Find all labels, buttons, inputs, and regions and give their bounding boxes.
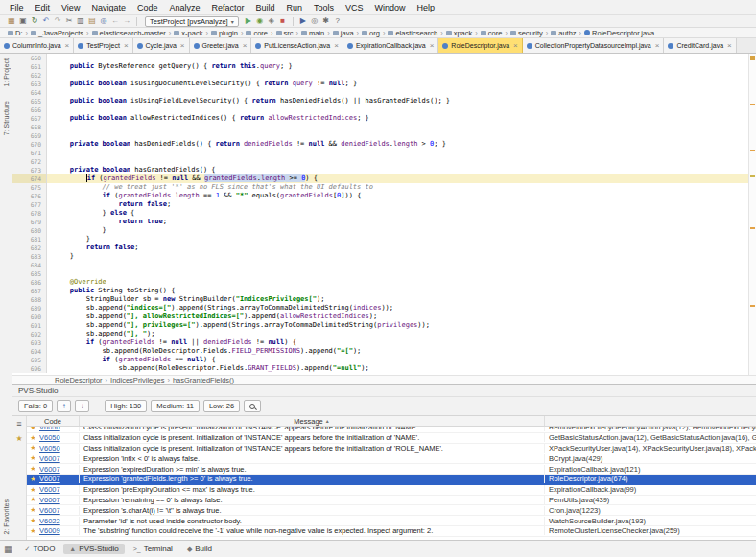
line-number[interactable]: 690 — [12, 313, 47, 321]
path-segment-core[interactable]: core — [246, 29, 268, 37]
code-line[interactable]: 676 if (grantedFields.length == 1 && "*"… — [12, 192, 748, 200]
line-number[interactable]: 680 — [12, 226, 47, 235]
code-line[interactable]: 691 sb.append("], privileges=[").append(… — [12, 321, 748, 330]
next-issue-button[interactable]: ↓ — [75, 400, 89, 412]
forward-icon[interactable]: → — [121, 15, 132, 27]
line-number[interactable]: 675 — [12, 183, 47, 192]
close-icon[interactable]: × — [655, 42, 660, 50]
error-stripe-mark[interactable] — [750, 104, 755, 105]
line-number[interactable]: 672 — [12, 157, 47, 166]
settings-icon[interactable]: ✱ — [320, 15, 332, 27]
favorite-star-icon[interactable]: ★ — [27, 496, 39, 503]
menu-run[interactable]: Run — [281, 3, 309, 12]
favorite-star-icon[interactable]: ★ — [27, 476, 39, 483]
favorite-star-icon[interactable]: ★ — [27, 427, 39, 431]
medium-filter-button[interactable]: Medium: 11 — [151, 400, 200, 412]
menu-refactor[interactable]: Refactor — [205, 3, 249, 12]
favorite-star-icon[interactable]: ★ — [27, 527, 39, 535]
diagnostic-code-link[interactable]: V6050 — [39, 444, 60, 453]
code-line[interactable]: 677 return false; — [12, 200, 748, 209]
line-number[interactable]: 670 — [12, 140, 47, 149]
line-number[interactable]: 674 — [12, 174, 47, 183]
cut-icon[interactable]: ✂ — [63, 15, 75, 27]
breadcrumb-indicesprivileges[interactable]: IndicesPrivileges — [110, 376, 164, 384]
code-line[interactable]: 680 } — [12, 226, 748, 235]
breadcrumb-hasgrantedfields[interactable]: hasGrantedFields() — [173, 376, 234, 384]
error-stripe-mark[interactable] — [750, 150, 755, 151]
line-number[interactable]: 666 — [12, 105, 47, 114]
stop-icon[interactable]: ■ — [277, 15, 289, 27]
line-number[interactable]: 689 — [12, 304, 47, 313]
fails-counter-button[interactable]: Fails: 0 — [18, 400, 53, 412]
diagnostic-code-link[interactable]: V6007 — [39, 485, 60, 494]
line-number[interactable]: 671 — [12, 149, 47, 157]
code-line[interactable]: 674 if (grantedFields != null && granted… — [12, 174, 748, 183]
close-icon[interactable]: × — [180, 42, 185, 50]
code-line[interactable]: 671 — [12, 149, 748, 157]
open-icon[interactable]: ▦ — [6, 15, 17, 27]
line-number[interactable]: 678 — [12, 209, 47, 218]
error-stripe-scrollbar[interactable] — [748, 54, 756, 375]
diagnostic-code-link[interactable]: V6007 — [39, 506, 60, 515]
code-line[interactable]: 672 — [12, 157, 748, 166]
code-line[interactable]: 696 sb.append(RoleDescriptor.Fields.GRAN… — [12, 364, 748, 373]
previous-issue-button[interactable]: ↑ — [57, 400, 71, 412]
code-line[interactable]: 662 — [12, 71, 748, 80]
line-number[interactable]: 685 — [12, 269, 47, 278]
statusbar-build[interactable]: ◆Build — [181, 544, 218, 554]
favorite-star-icon[interactable]: ★ — [27, 454, 39, 462]
code-line[interactable]: 669 — [12, 131, 748, 140]
line-number[interactable]: 676 — [12, 192, 47, 200]
tab-columninfo-java[interactable]: ColumnInfo.java× — [0, 38, 74, 53]
line-number[interactable]: 661 — [12, 62, 47, 71]
menu-vcs[interactable]: VCS — [340, 3, 369, 12]
code-line[interactable]: 683 } — [12, 252, 748, 261]
code-line[interactable]: 688 StringBuilder sb = new StringBuilder… — [12, 295, 748, 304]
find-icon[interactable]: ◎ — [98, 15, 109, 27]
code-line[interactable]: 692 sb.append("], "); — [12, 330, 748, 338]
code-line[interactable]: 668 — [12, 123, 748, 131]
path-segment-x-pack[interactable]: x-pack — [174, 29, 202, 37]
inspection-indicator-icon[interactable] — [750, 56, 755, 60]
code-line[interactable]: 690 sb.append("], allowRestrictedIndices… — [12, 313, 748, 321]
statusbar-pvs-studio[interactable]: ▲PVS-Studio — [63, 544, 124, 554]
code-line[interactable]: 664 — [12, 88, 748, 97]
toolwindow-switcher-icon[interactable]: ▦ — [4, 545, 12, 554]
code-line[interactable]: 695 if (grantedFields == null) { — [12, 356, 748, 364]
line-number[interactable]: 681 — [12, 235, 47, 244]
search-everywhere-icon[interactable]: ◎ — [309, 15, 320, 27]
code-line[interactable]: 687 public String toString() { — [12, 287, 748, 295]
line-number[interactable]: 696 — [12, 364, 47, 373]
save-all-icon[interactable]: ▣ — [17, 15, 29, 27]
run-icon[interactable]: ▶ — [243, 15, 254, 27]
close-icon[interactable]: × — [430, 42, 435, 50]
line-number[interactable]: 667 — [12, 114, 47, 123]
line-number[interactable]: 687 — [12, 287, 47, 295]
issue-row[interactable]: ★V6007Expression 'remaining == 0' is alw… — [27, 496, 756, 506]
line-number[interactable]: 662 — [12, 71, 47, 80]
tab-greeter-java[interactable]: Greeter.java× — [190, 38, 252, 53]
code-line[interactable]: 673 private boolean hasGrantedFields() { — [12, 166, 748, 174]
close-icon[interactable]: × — [243, 42, 248, 50]
line-number[interactable]: 682 — [12, 244, 47, 252]
line-number[interactable]: 669 — [12, 131, 47, 140]
tab-cycle-java[interactable]: Cycle.java× — [133, 38, 190, 53]
code-line[interactable]: 685 — [12, 269, 748, 278]
issue-row[interactable]: ★V6050Class initialization cycle is pres… — [27, 433, 756, 444]
path-segment-plugin[interactable]: plugin — [211, 29, 238, 37]
issue-row[interactable]: ★V6050Class initialization cycle is pres… — [27, 444, 756, 454]
menu-edit[interactable]: Edit — [30, 3, 57, 12]
issue-row[interactable]: ★V6050Class initialization cycle is pres… — [27, 427, 756, 433]
path-segment-java[interactable]: java — [333, 29, 354, 37]
path-segment-security[interactable]: security — [510, 29, 543, 37]
low-filter-button[interactable]: Low: 26 — [203, 400, 240, 412]
menu-build[interactable]: Build — [249, 3, 280, 12]
line-number[interactable]: 693 — [12, 338, 47, 347]
line-number[interactable]: 673 — [12, 166, 47, 174]
issue-row[interactable]: ★V6007Expression 's.charAt(i) != '\t'' i… — [27, 505, 756, 516]
path-segment-org[interactable]: org — [362, 29, 380, 37]
line-number[interactable]: 683 — [12, 252, 47, 261]
path-segment-src[interactable]: src — [276, 29, 294, 37]
line-number[interactable]: 691 — [12, 321, 47, 330]
line-number[interactable]: 695 — [12, 356, 47, 364]
